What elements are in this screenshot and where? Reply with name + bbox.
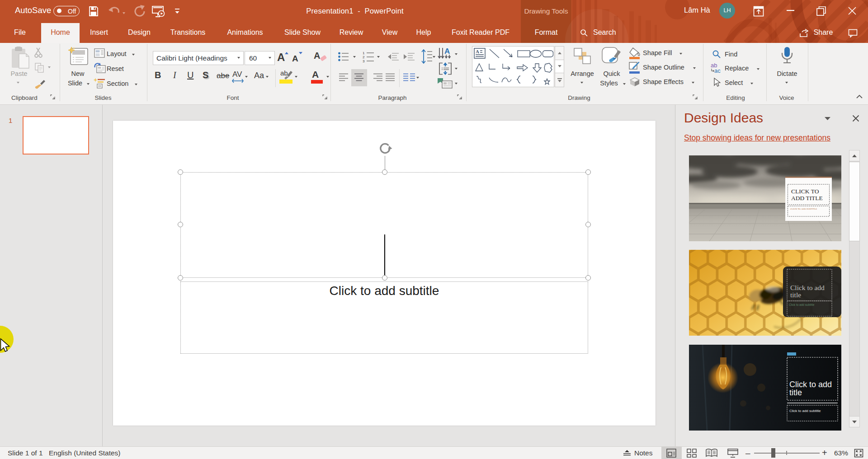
svg-text:3: 3 [363,59,365,62]
svg-text:A: A [444,47,450,56]
svg-text:ADD TITLE: ADD TITLE [791,195,823,201]
svg-text:CLICK TO: CLICK TO [791,188,819,195]
svg-text:2: 2 [363,55,365,59]
svg-text:A: A [476,49,479,54]
svg-text:ac: ac [714,67,721,74]
svg-text:title: title [789,388,802,397]
svg-text:1: 1 [363,51,365,55]
svg-text:Click to add: Click to add [790,284,825,291]
svg-text:title: title [790,291,801,299]
svg-text:Click to add: Click to add [789,380,832,389]
svg-text:Click to add subtitle: Click to add subtitle [789,303,815,306]
svg-text:CLICK TO ADD SUBTITLE: CLICK TO ADD SUBTITLE [790,208,817,210]
svg-text:Click to add subtitle: Click to add subtitle [789,409,821,413]
